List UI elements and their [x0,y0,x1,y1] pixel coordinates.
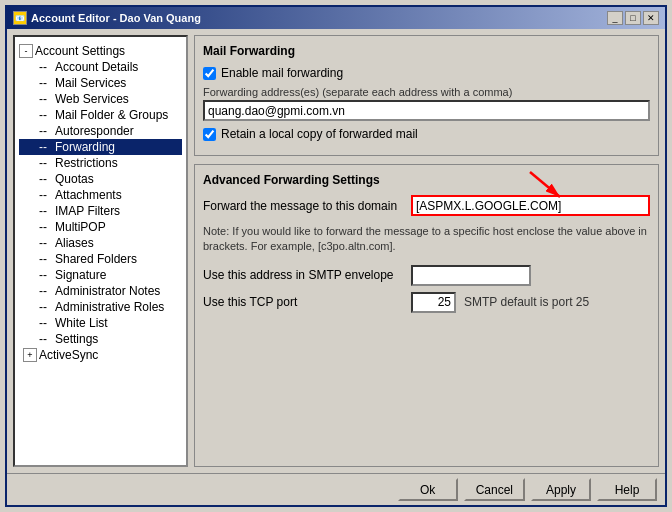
tcp-port-row: Use this TCP port SMTP default is port 2… [203,292,650,313]
titlebar: 📧 Account Editor - Dao Van Quang _ □ ✕ [7,7,665,29]
main-window: 📧 Account Editor - Dao Van Quang _ □ ✕ -… [5,5,667,507]
tree-root: - Account Settings -- Account Details --… [15,41,186,365]
sidebar-label-account-details: Account Details [55,60,138,74]
sidebar-label-imap-filters: IMAP Filters [55,204,120,218]
sidebar-item-autoresponder[interactable]: -- Autoresponder [19,123,182,139]
app-icon: 📧 [13,11,27,25]
tcp-port-label: Use this TCP port [203,295,403,309]
sidebar-item-imap-filters[interactable]: -- IMAP Filters [19,203,182,219]
bottom-bar: Ok Cancel Apply Help [7,473,665,505]
apply-button[interactable]: Apply [531,478,591,501]
expander-icon[interactable]: - [19,44,33,58]
forwarding-address-label: Forwarding address(es) (separate each ad… [203,86,650,98]
main-panel: Mail Forwarding Enable mail forwarding F… [194,35,659,467]
sidebar-label-white-list: White List [55,316,108,330]
maximize-button[interactable]: □ [625,11,641,25]
sidebar-item-admin-notes[interactable]: -- Administrator Notes [19,283,182,299]
sidebar-item-account-details[interactable]: -- Account Details [19,59,182,75]
sidebar-item-multipop[interactable]: -- MultiPOP [19,219,182,235]
retain-copy-row: Retain a local copy of forwarded mail [203,127,650,141]
window-title: Account Editor - Dao Van Quang [31,12,201,24]
sidebar-label-mail-folder-groups: Mail Folder & Groups [55,108,168,122]
sidebar-label-aliases: Aliases [55,236,94,250]
smtp-envelope-label: Use this address in SMTP envelope [203,268,403,282]
enable-forwarding-label: Enable mail forwarding [221,66,343,80]
red-arrow-indicator [520,167,570,202]
sidebar-item-aliases[interactable]: -- Aliases [19,235,182,251]
enable-forwarding-checkbox[interactable] [203,67,216,80]
content-area: - Account Settings -- Account Details --… [7,29,665,473]
forwarding-address-field: Forwarding address(es) (separate each ad… [203,86,650,121]
sidebar-item-admin-roles[interactable]: -- Administrative Roles [19,299,182,315]
sidebar-item-mail-services[interactable]: -- Mail Services [19,75,182,91]
ok-button[interactable]: Ok [398,478,458,501]
sidebar-item-forwarding[interactable]: -- Forwarding [19,139,182,155]
sidebar-label-web-services: Web Services [55,92,129,106]
sidebar-label-restrictions: Restrictions [55,156,118,170]
domain-label: Forward the message to this domain [203,199,403,213]
sidebar-label-signature: Signature [55,268,106,282]
sidebar-item-activesync[interactable]: + ActiveSync [19,347,182,363]
sidebar-label-activesync: ActiveSync [39,348,98,362]
svg-line-1 [530,172,560,197]
mail-forwarding-title: Mail Forwarding [203,44,650,58]
sidebar-item-account-settings[interactable]: - Account Settings [19,43,182,59]
smtp-envelope-row: Use this address in SMTP envelope [203,265,650,286]
sidebar-label-multipop: MultiPOP [55,220,106,234]
sidebar-item-shared-folders[interactable]: -- Shared Folders [19,251,182,267]
titlebar-left: 📧 Account Editor - Dao Van Quang [13,11,201,25]
sidebar-label-admin-roles: Administrative Roles [55,300,164,314]
sidebar-item-signature[interactable]: -- Signature [19,267,182,283]
help-button[interactable]: Help [597,478,657,501]
smtp-default-text: SMTP default is port 25 [464,295,589,309]
sidebar-label-forwarding: Forwarding [55,140,115,154]
sidebar-label-admin-notes: Administrator Notes [55,284,160,298]
activesync-expander-icon[interactable]: + [23,348,37,362]
sidebar-label-quotas: Quotas [55,172,94,186]
tcp-port-input[interactable] [411,292,456,313]
sidebar-root-label: Account Settings [35,44,125,58]
sidebar-label-shared-folders: Shared Folders [55,252,137,266]
note-text: Note: If you would like to forward the m… [203,224,650,255]
titlebar-buttons: _ □ ✕ [607,11,659,25]
sidebar-label-attachments: Attachments [55,188,122,202]
sidebar-label-autoresponder: Autoresponder [55,124,134,138]
sidebar-item-attachments[interactable]: -- Attachments [19,187,182,203]
sidebar-item-white-list[interactable]: -- White List [19,315,182,331]
sidebar-item-mail-folder-groups[interactable]: -- Mail Folder & Groups [19,107,182,123]
sidebar: - Account Settings -- Account Details --… [13,35,188,467]
minimize-button[interactable]: _ [607,11,623,25]
forwarding-address-input[interactable] [203,100,650,121]
sidebar-label-mail-services: Mail Services [55,76,126,90]
advanced-forwarding-title: Advanced Forwarding Settings [203,173,650,187]
retain-copy-label: Retain a local copy of forwarded mail [221,127,418,141]
sidebar-item-quotas[interactable]: -- Quotas [19,171,182,187]
sidebar-item-settings[interactable]: -- Settings [19,331,182,347]
smtp-envelope-input[interactable] [411,265,531,286]
sidebar-item-restrictions[interactable]: -- Restrictions [19,155,182,171]
retain-copy-checkbox[interactable] [203,128,216,141]
enable-forwarding-row: Enable mail forwarding [203,66,650,80]
mail-forwarding-section: Mail Forwarding Enable mail forwarding F… [194,35,659,156]
advanced-forwarding-section: Advanced Forwarding Settings Forward the… [194,164,659,467]
close-button[interactable]: ✕ [643,11,659,25]
sidebar-label-settings: Settings [55,332,98,346]
cancel-button[interactable]: Cancel [464,478,525,501]
domain-row: Forward the message to this domain [203,195,650,216]
sidebar-item-web-services[interactable]: -- Web Services [19,91,182,107]
